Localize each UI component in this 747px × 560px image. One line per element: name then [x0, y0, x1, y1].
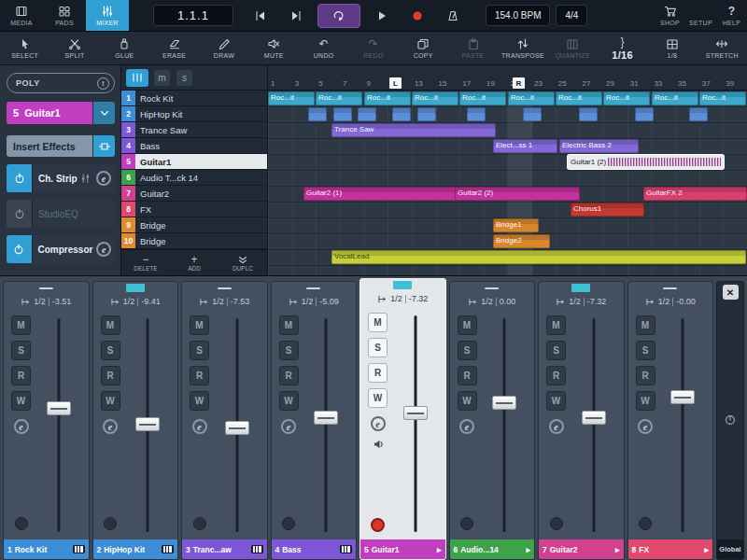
- track-row-guitar2[interactable]: 7Guitar2: [121, 186, 267, 202]
- mute-button[interactable]: M: [546, 315, 566, 335]
- track-row-bridge[interactable]: 9Bridge: [121, 217, 267, 233]
- pan-knob[interactable]: [282, 517, 295, 530]
- tool-split[interactable]: SPLIT: [49, 32, 99, 64]
- tool-transpose[interactable]: TRANSPOSE: [498, 32, 547, 64]
- volume-fader[interactable]: [32, 315, 86, 537]
- write-automation-button[interactable]: W: [636, 391, 655, 411]
- routing-value[interactable]: 1/2: [481, 297, 493, 306]
- fader-handle[interactable]: [135, 417, 160, 431]
- edit-effect-button[interactable]: e: [92, 164, 115, 192]
- track-row-guitar1[interactable]: 5Guitar1: [121, 154, 267, 170]
- solo-button[interactable]: S: [636, 341, 655, 360]
- write-automation-button[interactable]: W: [101, 391, 120, 411]
- selected-track-button[interactable]: 5 Guitar1: [7, 102, 92, 124]
- right-locator[interactable]: R: [513, 77, 525, 89]
- routing-value[interactable]: 1/2: [658, 297, 670, 306]
- pan-knob[interactable]: [193, 517, 206, 530]
- track-row-fx[interactable]: 8FX: [121, 202, 267, 217]
- tool-stretch[interactable]: STRETCH: [698, 32, 747, 64]
- clip-guitarfx-2[interactable]: GuitarFX 2: [643, 187, 747, 201]
- power-button[interactable]: [7, 200, 33, 228]
- tool-draw[interactable]: DRAW: [199, 32, 248, 64]
- pan-knob[interactable]: [460, 517, 473, 530]
- insert-effects-icon[interactable]: [93, 135, 115, 157]
- global-mute-button[interactable]: m: [153, 69, 171, 87]
- mute-button[interactable]: M: [279, 315, 299, 335]
- edit-channel-button[interactable]: e: [103, 419, 118, 434]
- clip[interactable]: [523, 107, 542, 121]
- go-to-end-button[interactable]: [282, 4, 310, 28]
- media-button[interactable]: MEDIA: [0, 0, 43, 31]
- clip[interactable]: [308, 107, 327, 121]
- edit-channel-button[interactable]: e: [281, 419, 296, 434]
- clip-elect-ss-1[interactable]: Elect...ss 1: [493, 139, 557, 153]
- fader-handle[interactable]: [314, 411, 338, 425]
- clip-roc-it[interactable]: Roc...it: [412, 91, 458, 105]
- record-enable-button[interactable]: [371, 518, 385, 532]
- fader-handle[interactable]: [582, 411, 606, 425]
- edit-effect-button[interactable]: e: [92, 235, 115, 263]
- pan-knob[interactable]: [639, 517, 652, 530]
- mute-button[interactable]: M: [368, 313, 388, 332]
- clip[interactable]: [689, 107, 708, 121]
- read-automation-button[interactable]: R: [636, 366, 655, 385]
- write-automation-button[interactable]: W: [546, 391, 566, 411]
- record-button[interactable]: [403, 4, 431, 28]
- read-automation-button[interactable]: R: [279, 366, 299, 385]
- channel-label[interactable]: 8FX▸: [628, 539, 713, 559]
- left-locator[interactable]: L: [389, 77, 402, 89]
- go-to-start-button[interactable]: [247, 4, 275, 28]
- tool-copy[interactable]: COPY: [399, 32, 448, 64]
- track-width-button[interactable]: [126, 69, 148, 87]
- volume-fader[interactable]: [567, 315, 621, 537]
- clip-trance-saw[interactable]: Trance Saw: [331, 123, 496, 137]
- channel-label[interactable]: 2HipHop Kit: [93, 539, 178, 559]
- clip-bridge2[interactable]: Bridge2: [493, 234, 550, 248]
- write-automation-button[interactable]: W: [458, 391, 477, 411]
- clip-roc-it[interactable]: Roc...it: [316, 91, 362, 105]
- mute-button[interactable]: M: [636, 315, 655, 335]
- volume-fader[interactable]: [210, 315, 264, 537]
- clip-roc-it[interactable]: Roc...it: [508, 91, 555, 105]
- channel-label[interactable]: 7Guitar2▸: [539, 539, 624, 559]
- mute-button[interactable]: M: [101, 315, 120, 335]
- track-row-bass[interactable]: 4Bass: [121, 138, 267, 154]
- power-button[interactable]: [7, 235, 33, 263]
- fader-handle[interactable]: [225, 421, 249, 435]
- clip-vocallead[interactable]: VocalLead: [331, 250, 746, 264]
- mixer-button[interactable]: MIXER: [86, 0, 129, 31]
- arrangement-canvas[interactable]: Roc...itRoc...itRoc...itRoc...itRoc...it…: [268, 91, 747, 275]
- channel-label[interactable]: 4Bass: [272, 539, 357, 559]
- write-automation-button[interactable]: W: [11, 391, 31, 411]
- routing-value[interactable]: 1/2: [390, 294, 402, 303]
- track-row-audio-t-ck-14[interactable]: 6Audio T...ck 14: [121, 170, 267, 186]
- clip-roc-it[interactable]: Roc...it: [699, 91, 746, 105]
- clip-guitar2-2[interactable]: Guitar2 (2): [455, 187, 580, 201]
- clip-roc-it[interactable]: Roc...it: [268, 91, 315, 105]
- time-display[interactable]: 1.1.1: [153, 5, 233, 26]
- loop-button[interactable]: [317, 4, 360, 28]
- edit-channel-button[interactable]: e: [638, 419, 653, 434]
- solo-button[interactable]: S: [11, 341, 31, 360]
- pan-knob[interactable]: [15, 517, 28, 530]
- volume-fader[interactable]: [300, 315, 354, 537]
- tool-paste[interactable]: PASTE: [448, 32, 498, 64]
- track-row-rock-kit[interactable]: 1Rock Kit: [121, 91, 267, 106]
- routing-value[interactable]: 1/2: [34, 297, 46, 306]
- clip-chorus1[interactable]: Chorus1: [571, 203, 644, 217]
- tool-quantize[interactable]: QUANTIZE: [548, 32, 598, 64]
- read-automation-button[interactable]: R: [11, 366, 31, 385]
- tool-1-8[interactable]: 1/8: [647, 32, 697, 64]
- pan-indicator[interactable]: [218, 287, 232, 289]
- tool-erase[interactable]: ERASE: [149, 32, 199, 64]
- fader-handle[interactable]: [403, 406, 428, 420]
- channel-label[interactable]: 1Rock Kit: [4, 539, 89, 559]
- volume-fader[interactable]: [656, 315, 711, 537]
- pan-indicator[interactable]: [306, 287, 320, 289]
- clip-guitar1-2[interactable]: Guitar1 (2): [568, 155, 724, 169]
- clip-bridge1[interactable]: Bridge1: [493, 218, 539, 232]
- tool-mute[interactable]: MUTE: [249, 32, 299, 64]
- read-automation-button[interactable]: R: [101, 366, 120, 385]
- write-automation-button[interactable]: W: [190, 391, 209, 411]
- pan-indicator[interactable]: [663, 287, 677, 289]
